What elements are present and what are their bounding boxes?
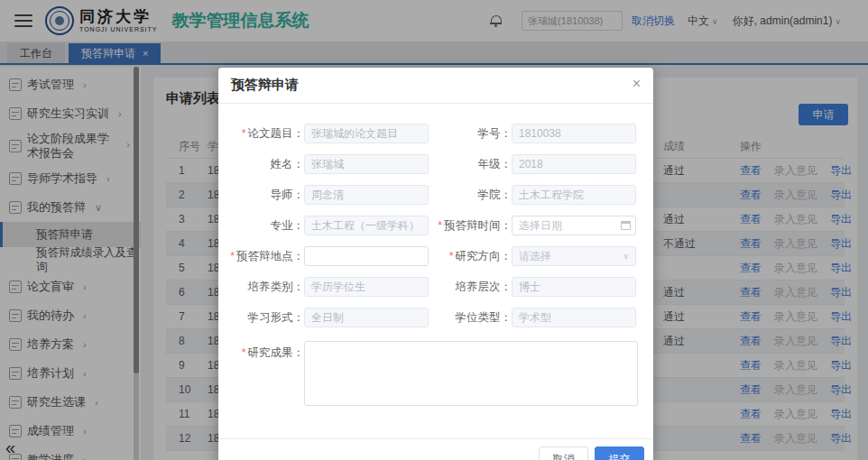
field-label: *研究成果： bbox=[218, 345, 304, 361]
field-label: *研究方向： bbox=[429, 249, 512, 264]
field-label: *论文题目： bbox=[218, 126, 304, 142]
college-field bbox=[512, 185, 636, 205]
student-name-field bbox=[304, 154, 429, 174]
field-label: 培养类别： bbox=[218, 280, 304, 295]
grade-field bbox=[512, 154, 636, 174]
field-label: 学位类型： bbox=[429, 310, 512, 326]
field-label: *预答辩时间： bbox=[429, 218, 512, 234]
training-category-field bbox=[304, 277, 429, 297]
degree-type-field bbox=[512, 308, 636, 327]
field-label: 培养层次： bbox=[429, 280, 512, 295]
predefense-time-field[interactable] bbox=[512, 216, 636, 235]
study-form-field bbox=[304, 308, 429, 327]
thesis-title-field bbox=[304, 124, 429, 143]
field-label: 学号： bbox=[429, 126, 512, 142]
close-icon[interactable]: × bbox=[633, 77, 641, 91]
field-label: 年级： bbox=[429, 157, 512, 172]
major-field bbox=[304, 216, 429, 235]
training-level-field bbox=[512, 277, 636, 297]
predefense-place-field[interactable] bbox=[304, 246, 429, 266]
field-label: 导师： bbox=[218, 188, 304, 203]
cancel-button[interactable]: 取消 bbox=[539, 446, 588, 460]
required-asterisk: * bbox=[449, 250, 454, 262]
chevron-down-icon: ∨ bbox=[623, 252, 629, 261]
field-label: *预答辩地点： bbox=[218, 249, 304, 264]
page: 同济大学 TONGJI UNIVERSITY 教学管理信息系统 取消切换 中文∨… bbox=[0, 0, 868, 460]
research-results-textarea[interactable] bbox=[304, 341, 638, 406]
field-label: 专业： bbox=[218, 218, 304, 234]
field-label: 姓名： bbox=[218, 157, 304, 172]
research-direction-select[interactable]: 请选择∨ bbox=[512, 246, 636, 266]
modal-title: 预答辩申请 bbox=[231, 77, 299, 94]
predefense-application-modal: 预答辩申请 × *论文题目：学号：姓名：年级：导师：学院：专业：*预答辩时间：*… bbox=[218, 68, 653, 460]
submit-button[interactable]: 提交 bbox=[595, 446, 644, 460]
required-asterisk: * bbox=[438, 219, 442, 232]
field-label: 学院： bbox=[429, 188, 512, 203]
required-asterisk: * bbox=[230, 250, 235, 262]
supervisor-field bbox=[304, 185, 429, 205]
modal-form: *论文题目：学号：姓名：年级：导师：学院：专业：*预答辩时间：*预答辩地点：*研… bbox=[218, 104, 653, 407]
student-id-field bbox=[512, 124, 636, 143]
field-label: 学习形式： bbox=[218, 310, 304, 326]
required-asterisk: * bbox=[242, 127, 246, 140]
required-asterisk: * bbox=[242, 346, 246, 359]
modal-footer: 取消 提交 bbox=[218, 438, 653, 460]
modal-header: 预答辩申请 × bbox=[218, 68, 653, 104]
select-placeholder: 请选择 bbox=[519, 249, 551, 264]
